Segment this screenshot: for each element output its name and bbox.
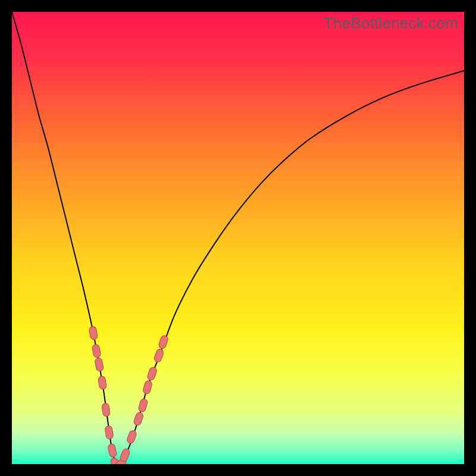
marker-pill <box>98 375 107 390</box>
marker-pill <box>142 380 153 394</box>
marker-pill <box>102 403 111 416</box>
marker-pill <box>108 443 117 458</box>
marker-group <box>89 326 169 464</box>
marker-pill <box>154 348 165 363</box>
marker-pill <box>158 334 168 349</box>
marker-pill <box>138 398 149 412</box>
chart-svg <box>12 12 464 464</box>
marker-pill <box>105 425 114 440</box>
marker-pill <box>119 447 131 462</box>
marker-pill <box>133 412 144 427</box>
marker-pill <box>89 326 98 340</box>
marker-pill <box>146 367 158 381</box>
plot-area: TheBottleneck.com <box>12 12 464 464</box>
marker-pill <box>92 344 101 358</box>
bottleneck-curve <box>12 12 464 464</box>
marker-pill <box>95 358 104 372</box>
watermark-label: TheBottleneck.com <box>324 14 458 33</box>
marker-pill <box>126 430 137 444</box>
